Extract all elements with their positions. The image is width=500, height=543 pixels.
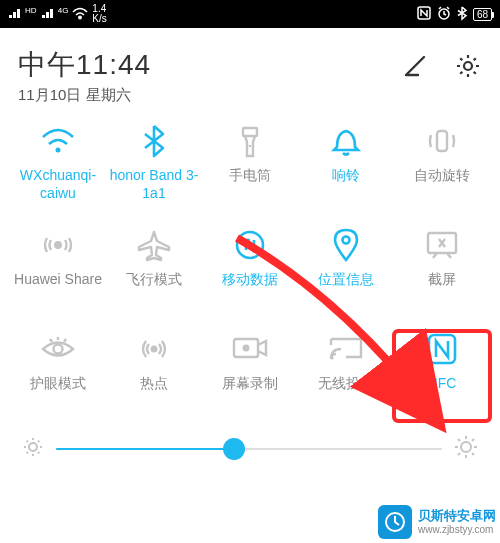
tile-label: 护眼模式 (28, 375, 88, 393)
svg-point-4 (56, 148, 61, 153)
nfc-status-icon (417, 6, 431, 22)
svg-rect-5 (243, 128, 257, 136)
brightness-row (10, 425, 490, 463)
bell-icon (328, 123, 364, 159)
tile-wireless-cast[interactable]: 无线投屏 (298, 331, 394, 421)
tile-location[interactable]: 位置信息 (298, 227, 394, 317)
svg-point-19 (461, 442, 471, 452)
tile-label: 无线投屏 (316, 375, 376, 393)
cast-icon (328, 331, 364, 367)
rotate-icon (424, 123, 460, 159)
tile-label: honor Band 3-1a1 (106, 167, 202, 202)
edit-icon[interactable] (402, 53, 428, 83)
tile-label: 飞行模式 (124, 271, 184, 289)
settings-icon[interactable] (454, 52, 482, 84)
tile-mobile-data[interactable]: 移动数据 (202, 227, 298, 317)
tile-label: 热点 (138, 375, 170, 393)
share-icon (40, 227, 76, 263)
tile-label: 手电筒 (227, 167, 273, 185)
hotspot-icon (136, 331, 172, 367)
battery-indicator: 68 (473, 8, 492, 21)
svg-point-16 (330, 356, 333, 359)
clock-date: 11月10日 星期六 (18, 86, 151, 105)
quick-settings-panel: 中午11:44 11月10日 星期六 WXchuanqi-caiwu honor… (0, 28, 500, 463)
tile-autorotate[interactable]: 自动旋转 (394, 123, 490, 213)
tile-eye-comfort[interactable]: 护眼模式 (10, 331, 106, 421)
alarm-status-icon (437, 6, 451, 22)
eye-icon (40, 331, 76, 367)
tile-label: Huawei Share (12, 271, 104, 289)
brightness-slider[interactable] (56, 448, 442, 450)
tile-screenshot[interactable]: 截屏 (394, 227, 490, 317)
net-speed: 1.4 K/s (92, 4, 106, 24)
tile-sound[interactable]: 响铃 (298, 123, 394, 213)
watermark-title: 贝斯特安卓网 (418, 508, 496, 523)
wifi-icon (40, 123, 76, 159)
brightness-low-icon (22, 436, 44, 462)
tile-label: WXchuanqi-caiwu (10, 167, 106, 202)
tile-label: 屏幕录制 (220, 375, 280, 393)
brightness-high-icon (454, 435, 478, 463)
tile-label: 自动旋转 (412, 167, 472, 185)
watermark: 贝斯特安卓网 www.zjbstyy.com (378, 505, 496, 539)
tile-nfc[interactable]: NFC (394, 331, 490, 421)
screenshot-icon (424, 227, 460, 263)
tile-label: 截屏 (426, 271, 458, 289)
tile-huawei-share[interactable]: Huawei Share (10, 227, 106, 317)
tile-hotspot[interactable]: 热点 (106, 331, 202, 421)
tile-bluetooth[interactable]: honor Band 3-1a1 (106, 123, 202, 213)
svg-point-12 (54, 345, 63, 354)
svg-point-9 (237, 232, 263, 258)
tile-label: NFC (426, 375, 459, 393)
svg-point-3 (464, 62, 472, 70)
svg-point-13 (151, 346, 158, 353)
tile-flashlight[interactable]: 手电筒 (202, 123, 298, 213)
tile-label: 位置信息 (316, 271, 376, 289)
svg-point-0 (79, 16, 81, 18)
tile-airplane[interactable]: 飞行模式 (106, 227, 202, 317)
slider-thumb[interactable] (223, 438, 245, 460)
tile-wifi[interactable]: WXchuanqi-caiwu (10, 123, 106, 213)
airplane-icon (136, 227, 172, 263)
tiles-grid: WXchuanqi-caiwu honor Band 3-1a1 手电筒 响铃 (10, 123, 490, 421)
nfc-icon (424, 331, 460, 367)
svg-rect-7 (437, 131, 447, 151)
watermark-logo-icon (378, 505, 412, 539)
watermark-url: www.zjbstyy.com (418, 524, 496, 536)
clock-time: 中午11:44 (18, 46, 151, 84)
status-bar: HD 4G 1.4 K/s 68 (0, 0, 500, 28)
flashlight-icon (232, 123, 268, 159)
tile-label: 移动数据 (220, 271, 280, 289)
bluetooth-icon (136, 123, 172, 159)
svg-point-6 (249, 145, 252, 148)
signal-1-icon: HD (8, 7, 37, 21)
bluetooth-status-icon (457, 6, 467, 22)
tile-screen-record[interactable]: 屏幕录制 (202, 331, 298, 421)
location-icon (328, 227, 364, 263)
wifi-icon (72, 7, 88, 21)
svg-point-18 (29, 443, 37, 451)
svg-point-8 (54, 241, 62, 249)
svg-point-10 (343, 237, 350, 244)
tile-label: 响铃 (330, 167, 362, 185)
svg-point-15 (243, 345, 250, 352)
mobile-data-icon (232, 227, 268, 263)
screen-record-icon (232, 331, 268, 367)
signal-2-icon: 4G (41, 7, 69, 21)
